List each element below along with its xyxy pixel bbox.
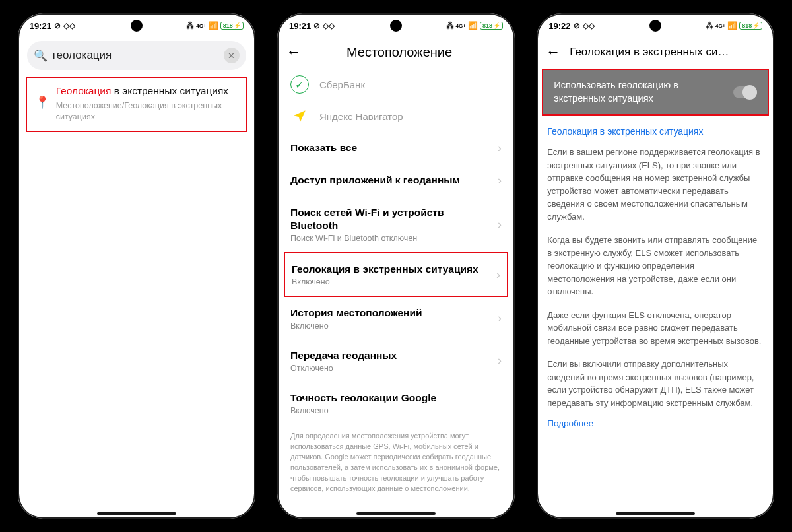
chevron-right-icon: ›: [498, 174, 502, 187]
signal-icon: 📶: [727, 21, 737, 30]
app-row-sberbank[interactable]: ✓ СберБанк: [277, 69, 515, 100]
els-description-2: Когда вы будете звонить или отправлять с…: [537, 230, 774, 305]
app-row-yandex-nav[interactable]: Яндекс Навигатор: [277, 100, 515, 132]
dual-sim-icon: ◇◇: [63, 21, 75, 30]
menu-els[interactable]: Геолокация в экстренных ситуациях Включе…: [284, 252, 508, 297]
camera-notch: [390, 20, 402, 32]
els-description-3: Даже если функция ELS отключена, операто…: [537, 305, 774, 354]
menu-app-access[interactable]: Доступ приложений к геоданным ›: [277, 164, 515, 197]
sberbank-icon: ✓: [290, 75, 309, 94]
chevron-right-icon: ›: [498, 218, 502, 232]
result-title: Геолокация в экстренных ситуациях: [56, 84, 238, 98]
chevron-right-icon: ›: [498, 312, 502, 325]
signal-icon: 📶: [468, 21, 478, 30]
yandex-nav-icon: [290, 107, 309, 125]
toggle-label: Использовать геолокацию в экстренных сит…: [554, 79, 733, 105]
phone-3: 19:22 ⊘ ◇◇ ⁂ 4G+ 📶 818⚡ ← Геолокация в э…: [530, 7, 781, 525]
footer-note: Для определения местоположения устройств…: [277, 424, 515, 508]
clock: 19:21: [289, 21, 311, 31]
home-indicator[interactable]: [97, 512, 176, 515]
menu-google-accuracy[interactable]: Точность геолокации Google Включено: [277, 382, 515, 424]
page-title: Геолокация в экстренных си…: [570, 46, 729, 59]
phone-1: 19:21 ⊘ ◇◇ ⁂ 4G+ 📶 818⚡ 🔍 ✕ 📍 Геолокация…: [11, 7, 262, 525]
dnd-icon: ⊘: [54, 21, 61, 30]
search-field[interactable]: 🔍 ✕: [27, 41, 246, 70]
dual-sim-icon: ◇◇: [323, 21, 335, 30]
signal-icon: 📶: [209, 21, 218, 30]
camera-notch: [131, 20, 143, 32]
phone-2: 19:21 ⊘ ◇◇ ⁂ 4G+ 📶 818⚡ ← Местоположение…: [271, 7, 521, 525]
els-description-4: Если вы включили отправку дополнительных…: [537, 354, 774, 416]
bluetooth-icon: ⁂: [446, 21, 454, 30]
dual-sim-icon: ◇◇: [583, 21, 595, 30]
location-pin-icon: 📍: [35, 95, 50, 123]
els-description-1: Если в вашем регионе поддерживается геол…: [537, 142, 774, 230]
result-breadcrumb: Местоположение/Геолокация в экстренных с…: [56, 100, 238, 123]
learn-more-link[interactable]: Подробнее: [537, 416, 774, 431]
chevron-right-icon: ›: [498, 141, 502, 155]
toggle-switch[interactable]: [733, 86, 757, 98]
dnd-icon: ⊘: [314, 21, 320, 30]
battery-indicator: 818⚡: [220, 22, 244, 30]
section-header: Геолокация в экстренных ситуациях: [537, 121, 774, 142]
app-label: СберБанк: [319, 79, 365, 90]
home-indicator[interactable]: [616, 512, 695, 515]
network-type: 4G+: [196, 23, 206, 29]
clock: 19:22: [548, 21, 570, 31]
bluetooth-icon: ⁂: [706, 21, 713, 30]
chevron-right-icon: ›: [496, 268, 500, 282]
search-result-els[interactable]: 📍 Геолокация в экстренных ситуациях Мест…: [26, 77, 248, 132]
dnd-icon: ⊘: [574, 21, 580, 30]
menu-wifi-bt-scan[interactable]: Поиск сетей Wi-Fi и устройств Bluetooth …: [277, 197, 515, 252]
back-button[interactable]: ←: [286, 44, 301, 61]
camera-notch: [649, 20, 661, 32]
header: ← Местоположение: [277, 36, 515, 66]
els-toggle-row[interactable]: Использовать геолокацию в экстренных сит…: [542, 69, 769, 116]
home-indicator[interactable]: [356, 512, 436, 515]
search-input[interactable]: [53, 49, 218, 62]
battery-indicator: 818⚡: [480, 22, 503, 30]
menu-show-all[interactable]: Показать все ›: [277, 132, 515, 164]
clear-search-button[interactable]: ✕: [224, 48, 240, 63]
app-label: Яндекс Навигатор: [319, 111, 403, 122]
page-title: Местоположение: [313, 45, 486, 60]
back-button[interactable]: ←: [546, 44, 560, 61]
menu-location-history[interactable]: История местоположений Включено ›: [277, 297, 515, 339]
network-type: 4G+: [456, 23, 466, 29]
network-type: 4G+: [715, 23, 725, 29]
menu-location-sharing[interactable]: Передача геоданных Отключено ›: [277, 340, 515, 382]
clock: 19:21: [30, 21, 51, 31]
header: ← Геолокация в экстренных си…: [537, 36, 774, 67]
search-icon: 🔍: [34, 49, 48, 63]
chevron-right-icon: ›: [498, 354, 502, 368]
battery-indicator: 818⚡: [739, 22, 762, 30]
bluetooth-icon: ⁂: [186, 21, 194, 30]
